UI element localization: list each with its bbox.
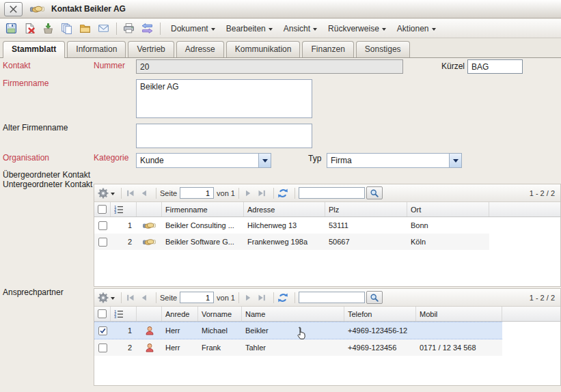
copy-button[interactable] [59,22,73,36]
select-all-checkbox-header[interactable] [94,202,111,216]
cell-firmenname: Beikler Software G... [162,234,244,250]
alter-firmenname-textarea[interactable] [136,124,312,148]
row-checkbox-cell[interactable] [94,322,111,339]
cell-telefon: +4969-123456-12 [344,322,416,339]
column-header-plz[interactable]: Plz [325,202,407,216]
column-header-ort[interactable]: Ort [407,202,489,216]
row-number-column-header[interactable] [111,307,137,321]
page-number-input[interactable] [180,187,214,199]
row-number-column-header[interactable] [111,202,137,216]
grid-search-button[interactable] [366,186,383,199]
grid-settings-button[interactable] [98,188,115,199]
menu-aktionen-label: Aktionen [397,24,429,33]
refresh-button[interactable] [277,292,288,303]
tab-finanzen[interactable]: Finanzen [302,41,353,57]
numbered-list-icon [114,309,124,319]
nummer-input[interactable] [136,59,403,74]
import-button[interactable] [41,22,55,36]
folder-button[interactable] [78,22,92,36]
row-icon-cell [137,339,162,356]
contact-handshake-icon [30,3,44,14]
kontakte-grid: Seite von 1 1 - 2 / 2 Firmenname Adresse… [94,184,561,287]
menu-dokument[interactable]: Dokument [171,24,215,33]
kontakt-section-label: Kontakt [3,61,31,70]
toolbar-separator [156,292,156,303]
printer-icon [123,23,135,34]
menu-ansicht[interactable]: Ansicht [284,24,317,33]
tab-kommunikation[interactable]: Kommunikation [226,41,301,57]
cell-ort: Bonn [407,217,489,234]
prev-page-button[interactable] [139,292,150,303]
row-checkbox-cell[interactable] [94,234,111,250]
checkbox[interactable] [98,238,107,247]
cell-vorname: Frank [198,339,242,356]
select-all-checkbox-header[interactable] [94,307,111,321]
first-page-button[interactable] [125,292,136,303]
last-page-button[interactable] [256,292,267,303]
column-header-vorname[interactable]: Vorname [198,307,242,321]
transfer-button[interactable] [140,22,154,36]
menu-aktionen[interactable]: Aktionen [397,24,436,33]
checkbox[interactable] [98,221,107,230]
tab-vertrieb[interactable]: Vertrieb [128,41,174,57]
table-row[interactable]: 2 Beikler Software G... Frankenweg 198a … [94,234,489,250]
kategorie-select[interactable]: Kunde [136,153,271,168]
typ-select[interactable]: Firma [327,153,462,168]
grid-settings-button[interactable] [98,292,115,303]
table-row[interactable]: 2 Herr Frank Tahler +4969-123456 0171 / … [94,339,502,356]
menu-rueckverweise[interactable]: Rückverweise [328,24,386,33]
chevron-down-icon [111,297,115,300]
toolbar-separator [295,188,295,199]
column-header-mobil[interactable]: Mobil [416,307,502,321]
refresh-button[interactable] [277,188,288,199]
kuerzel-input[interactable] [467,59,523,74]
checkbox[interactable] [98,344,107,352]
row-checkbox-cell[interactable] [94,339,111,356]
company-handshake-icon [143,237,156,247]
cell-name: Beikler [242,322,344,339]
column-header-adresse[interactable]: Adresse [244,202,325,216]
seite-label: Seite [160,189,177,197]
column-header-telefon[interactable]: Telefon [344,307,416,321]
table-row[interactable]: 1 Beikler Consulting ... Hilchenweg 13 5… [94,217,489,234]
column-header-firmenname[interactable]: Firmenname [162,202,244,216]
cell-adresse: Hilchenweg 13 [244,217,325,234]
column-header-anrede[interactable]: Anrede [162,307,198,321]
close-button[interactable] [4,2,23,16]
menu-bearbeiten[interactable]: Bearbeiten [226,24,273,33]
delete-button[interactable] [23,22,36,36]
next-page-button[interactable] [243,292,254,303]
tab-information[interactable]: Information [67,41,126,57]
icon-column-header[interactable] [137,202,162,216]
page-number-input[interactable] [180,292,214,303]
checkbox-checked[interactable] [98,326,107,335]
last-page-button[interactable] [256,188,267,199]
first-page-icon [125,292,136,303]
firmenname-textarea[interactable]: Beikler AG [136,79,312,118]
column-header-name[interactable]: Name [242,307,344,321]
prev-page-button[interactable] [139,188,150,199]
typ-dropdown-trigger[interactable] [449,154,461,167]
gear-icon [98,188,109,199]
next-page-button[interactable] [243,188,254,199]
grid-search-button[interactable] [366,291,383,304]
checkbox[interactable] [98,309,107,318]
grid-search-input[interactable] [299,187,365,199]
prev-page-icon [139,188,150,199]
row-checkbox-cell[interactable] [94,217,111,234]
chevron-down-icon [269,28,273,31]
tab-stammblatt[interactable]: Stammblatt [3,41,65,58]
mail-button[interactable] [96,22,110,36]
checkbox[interactable] [98,205,107,214]
grid-search-input[interactable] [299,292,365,303]
cell-vorname: Michael [198,322,242,339]
tab-sonstiges[interactable]: Sonstiges [356,41,410,57]
tab-adresse[interactable]: Adresse [176,41,224,57]
kategorie-dropdown-trigger[interactable] [258,154,271,167]
save-button[interactable] [4,22,18,36]
cell-plz: 53111 [325,217,407,234]
first-page-button[interactable] [125,188,136,199]
icon-column-header[interactable] [137,307,162,321]
print-button[interactable] [122,22,135,36]
column-header-filler [489,202,560,216]
